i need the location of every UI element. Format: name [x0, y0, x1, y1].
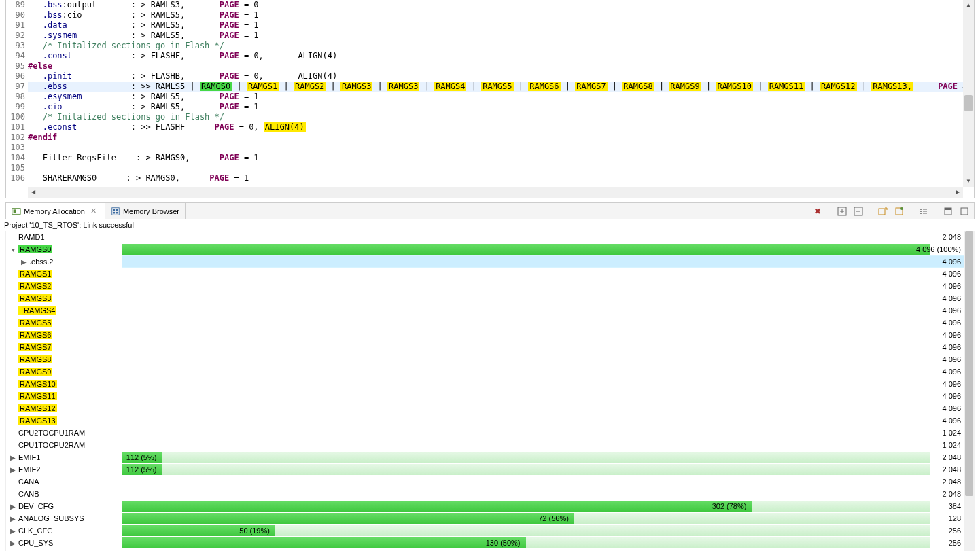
panel-toolbar: ✖: [811, 205, 974, 218]
usage-bar: [122, 305, 930, 316]
memory-row-emif2[interactable]: ▶EMIF2112 (5%)2 048: [6, 463, 964, 476]
usage-bar: [122, 293, 930, 304]
svg-point-17: [920, 213, 922, 214]
memory-row-ramgs4[interactable]: RAMGS44 096: [6, 304, 964, 317]
view-menu-button[interactable]: [917, 205, 930, 218]
memory-region-name: CPU1TOCPU2RAM: [6, 439, 122, 451]
memory-row-dev-cfg[interactable]: ▶DEV_CFG302 (78%)384: [6, 500, 964, 512]
memory-row-ramgs2[interactable]: RAMGS24 096: [6, 280, 964, 292]
memory-region-name: RAMGS4: [6, 304, 122, 317]
usage-bar: [122, 366, 930, 377]
memory-row-cana[interactable]: CANA2 048: [6, 476, 964, 488]
scroll-left-arrow-icon[interactable]: ◀: [28, 187, 39, 198]
scroll-thumb[interactable]: [965, 231, 973, 496]
memory-row--ebss-2[interactable]: ▶.ebss.24 096: [6, 255, 964, 268]
memory-row-ramgs7[interactable]: RAMGS74 096: [6, 341, 964, 353]
memory-row-ramd1[interactable]: RAMD12 048: [6, 231, 964, 243]
expand-all-button[interactable]: [835, 205, 849, 218]
tab-memory-allocation[interactable]: Memory Allocation ✕: [6, 203, 105, 219]
scroll-right-arrow-icon[interactable]: ▶: [952, 187, 963, 198]
memory-row-cpu1tocpu2ram[interactable]: CPU1TOCPU2RAM1 024: [6, 439, 964, 451]
memory-row-ramgs0[interactable]: ▾RAMGS04 096 (100%): [6, 243, 964, 255]
memory-region-name: CPU2TOCPU1RAM: [6, 427, 122, 439]
memory-browser-icon: [111, 207, 120, 216]
usage-bar: 50 (19%): [122, 525, 930, 536]
memory-row-ramgs12[interactable]: RAMGS124 096: [6, 402, 964, 414]
usage-bar: [122, 330, 930, 340]
memory-region-name: RAMGS11: [6, 390, 122, 402]
scroll-up-arrow-icon[interactable]: ▲: [963, 0, 974, 11]
memory-region-name: RAMD1: [6, 231, 122, 243]
memory-region-name: RAMGS1: [6, 268, 122, 280]
memory-vertical-scrollbar[interactable]: [964, 231, 975, 551]
usage-bar: [122, 378, 930, 389]
usage-bar: [122, 440, 930, 450]
editor-horizontal-scrollbar[interactable]: ◀ ▶: [28, 187, 963, 198]
memory-total-size: 4 096: [942, 341, 961, 353]
tab-label: Memory Allocation: [24, 207, 85, 215]
tab-memory-browser[interactable]: Memory Browser: [105, 203, 186, 219]
memory-row-clk-cfg[interactable]: ▶CLK_CFG50 (19%)256: [6, 525, 964, 537]
memory-row-canb[interactable]: CANB2 048: [6, 488, 964, 500]
bottom-panel-tabbar: Memory Allocation ✕ Memory Browser ✖: [5, 202, 975, 219]
memory-region-name: RAMGS2: [6, 280, 122, 292]
memory-row-ramgs9[interactable]: RAMGS94 096: [6, 366, 964, 378]
collapse-all-button[interactable]: [852, 205, 865, 218]
memory-region-name: EMIF2: [6, 463, 122, 476]
minimize-panel-button[interactable]: [941, 205, 955, 218]
memory-row-ramgs11[interactable]: RAMGS114 096: [6, 390, 964, 402]
memory-total-size: 4 096: [942, 414, 961, 427]
tab-label: Memory Browser: [123, 207, 179, 215]
usage-bar: 72 (56%): [122, 513, 930, 524]
editor-gutter: 8990919293949596979899100101102103104105…: [6, 0, 28, 187]
memory-total-size: 4 096 (100%): [916, 243, 961, 255]
memory-total-size: 2 048: [942, 476, 961, 488]
svg-point-14: [900, 207, 903, 210]
memory-total-size: 2 048: [942, 231, 961, 243]
memory-row-ramgs10[interactable]: RAMGS104 096: [6, 378, 964, 390]
svg-rect-4: [116, 209, 118, 211]
memory-total-size: 1 024: [942, 439, 961, 451]
svg-rect-3: [113, 209, 115, 211]
memory-region-name: EMIF1: [6, 451, 122, 463]
memory-region-name: RAMGS0: [6, 243, 122, 255]
editor-vertical-scrollbar[interactable]: ▲ ▼: [963, 0, 974, 187]
close-tab-icon[interactable]: ✕: [88, 207, 99, 215]
memory-row-cpu2tocpu1ram[interactable]: CPU2TOCPU1RAM1 024: [6, 427, 964, 439]
memory-region-name: RAMGS8: [6, 353, 122, 366]
memory-total-size: 4 096: [942, 255, 961, 268]
memory-total-size: 1 024: [942, 427, 961, 439]
memory-row-ramgs5[interactable]: RAMGS54 096: [6, 317, 964, 329]
memory-row-ramgs3[interactable]: RAMGS34 096: [6, 292, 964, 304]
usage-bar: [122, 488, 930, 499]
memory-row-ramgs1[interactable]: RAMGS14 096: [6, 268, 964, 280]
scroll-down-arrow-icon[interactable]: ▼: [963, 176, 974, 187]
scroll-thumb[interactable]: [964, 95, 973, 111]
memory-total-size: 256: [949, 525, 961, 537]
memory-total-size: 4 096: [942, 353, 961, 366]
code-editor[interactable]: 8990919293949596979899100101102103104105…: [5, 0, 975, 198]
maximize-panel-button[interactable]: [958, 205, 971, 218]
memory-region-name: CANB: [6, 488, 122, 500]
svg-rect-22: [945, 208, 951, 210]
svg-point-15: [920, 209, 922, 210]
editor-code-area[interactable]: .bss:output : > RAMLS3, PAGE = 0 .bss:ci…: [28, 0, 963, 187]
memory-total-size: 4 096: [942, 268, 961, 280]
memory-row-ramgs13[interactable]: RAMGS134 096: [6, 414, 964, 427]
memory-region-name: RAMGS6: [6, 329, 122, 341]
memory-row-emif1[interactable]: ▶EMIF1112 (5%)2 048: [6, 451, 964, 463]
memory-row-analog-subsys[interactable]: ▶ANALOG_SUBSYS72 (56%)128: [6, 512, 964, 525]
pin-view-button[interactable]: [892, 205, 906, 218]
memory-total-size: 4 096: [942, 304, 961, 317]
memory-total-size: 4 096: [942, 317, 961, 329]
memory-row-cpu-sys[interactable]: ▶CPU_SYS130 (50%)256: [6, 537, 964, 549]
memory-total-size: 2 048: [942, 451, 961, 463]
memory-total-size: 4 096: [942, 402, 961, 414]
memory-total-size: 2 048: [942, 463, 961, 476]
memory-row-ramgs6[interactable]: RAMGS64 096: [6, 329, 964, 341]
new-view-button[interactable]: [876, 205, 890, 218]
memory-row-ramgs8[interactable]: RAMGS84 096: [6, 353, 964, 366]
usage-bar: [122, 268, 930, 279]
remove-button[interactable]: ✖: [811, 205, 824, 218]
svg-rect-12: [879, 209, 885, 215]
